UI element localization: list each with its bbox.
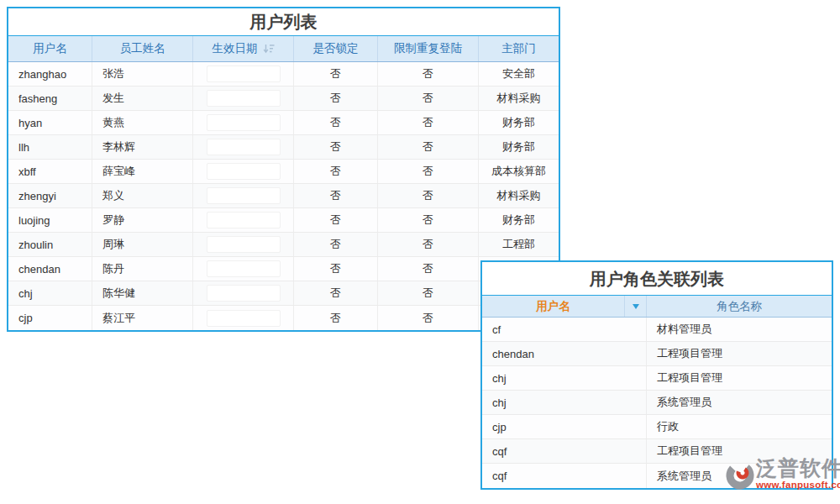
effective-date-input[interactable] <box>207 285 281 302</box>
username-cell: llh <box>8 135 92 159</box>
header-username: 用户名 <box>8 36 92 61</box>
table-row: zhengyi 郑义 否 否 材料采购 <box>8 184 559 208</box>
username-cell: hyan <box>8 111 92 134</box>
effective-date-input[interactable] <box>207 114 281 131</box>
department-cell: 材料采购 <box>479 184 559 207</box>
department-cell: 财务部 <box>479 135 559 159</box>
restrict-login-cell: 否 <box>378 111 479 134</box>
role-username-cell: chendan <box>482 342 647 365</box>
table-row: chendan 陈丹 否 否 <box>8 257 559 281</box>
restrict-login-cell: 否 <box>378 281 479 305</box>
username-cell: fasheng <box>8 87 92 110</box>
effective-date-input[interactable] <box>207 260 281 277</box>
employee-name-cell: 郑义 <box>92 184 193 207</box>
role-username-cell: cjp <box>482 415 647 438</box>
employee-name-cell: 罗静 <box>92 208 193 232</box>
locked-cell: 否 <box>294 111 378 134</box>
locked-cell: 否 <box>294 306 378 330</box>
restrict-login-cell: 否 <box>378 233 479 256</box>
table-row: cjp 蔡江平 否 否 <box>8 306 559 330</box>
sort-descending-icon[interactable] <box>263 44 275 54</box>
effective-date-input[interactable] <box>207 66 281 82</box>
effective-date-cell <box>193 257 294 281</box>
restrict-login-cell: 否 <box>378 135 479 159</box>
effective-date-cell <box>193 208 294 232</box>
username-cell: xbff <box>8 160 92 183</box>
header-role-username[interactable]: 用户名 <box>482 296 625 317</box>
restrict-login-cell: 否 <box>378 160 479 183</box>
effective-date-input[interactable] <box>207 187 281 204</box>
effective-date-cell <box>193 233 294 256</box>
locked-cell: 否 <box>294 184 378 207</box>
role-username-cell: cqf <box>482 464 647 488</box>
locked-cell: 否 <box>294 281 378 305</box>
department-cell: 财务部 <box>479 208 559 232</box>
table-row: chj 工程项目管理 <box>482 366 832 391</box>
role-username-cell: cqf <box>482 439 647 463</box>
table-row: zhoulin 周琳 否 否 工程部 <box>8 233 559 257</box>
locked-cell: 否 <box>294 62 378 86</box>
table-row: chj 陈华健 否 否 <box>8 281 559 306</box>
department-cell: 成本核算部 <box>479 160 559 183</box>
employee-name-cell: 张浩 <box>92 62 193 86</box>
role-name-cell: 材料管理员 <box>647 318 832 341</box>
effective-date-input[interactable] <box>207 310 281 327</box>
employee-name-cell: 发生 <box>92 87 193 110</box>
header-effective-date-label: 生效日期 <box>213 41 258 56</box>
user-list-header-row: 用户名 员工姓名 生效日期 是否锁定 限制重复登陆 主部门 <box>8 36 559 62</box>
username-cell: chj <box>8 281 92 305</box>
effective-date-input[interactable] <box>207 236 281 253</box>
role-name-cell: 系统管理员 <box>647 391 832 414</box>
locked-cell: 否 <box>294 160 378 183</box>
username-cell: cjp <box>8 306 92 330</box>
role-username-cell: cf <box>482 318 647 341</box>
watermark-url: www.fanpusoft.com <box>756 480 840 490</box>
locked-cell: 否 <box>294 87 378 110</box>
role-username-cell: chj <box>482 366 647 390</box>
header-effective-date[interactable]: 生效日期 <box>193 36 294 61</box>
restrict-login-cell: 否 <box>378 208 479 232</box>
department-cell: 材料采购 <box>479 87 559 110</box>
user-list-table: 用户列表 用户名 员工姓名 生效日期 是否锁定 限制重复登陆 主部门 zhang… <box>7 7 560 332</box>
username-cell: luojing <box>8 208 92 232</box>
table-row: cjp 行政 <box>482 415 832 439</box>
role-name-cell: 工程项目管理 <box>647 366 832 390</box>
role-table-header-row: 用户名 角色名称 <box>482 296 832 318</box>
table-row: xbff 薛宝峰 否 否 成本核算部 <box>8 160 559 184</box>
effective-date-input[interactable] <box>207 163 281 180</box>
effective-date-cell <box>193 281 294 305</box>
effective-date-cell <box>193 111 294 134</box>
role-username-cell: chj <box>482 391 647 414</box>
table-row: cf 材料管理员 <box>482 318 832 342</box>
effective-date-input[interactable] <box>207 139 281 155</box>
table-row: zhanghao 张浩 否 否 安全部 <box>8 62 559 87</box>
department-cell: 财务部 <box>479 111 559 134</box>
role-name-cell: 行政 <box>647 415 832 438</box>
username-cell: chendan <box>8 257 92 281</box>
table-row: fasheng 发生 否 否 材料采购 <box>8 87 559 111</box>
effective-date-cell <box>193 87 294 110</box>
locked-cell: 否 <box>294 233 378 256</box>
employee-name-cell: 蔡江平 <box>92 306 193 330</box>
effective-date-cell <box>193 135 294 159</box>
username-filter-dropdown[interactable] <box>625 296 647 317</box>
restrict-login-cell: 否 <box>378 306 479 330</box>
header-employee-name: 员工姓名 <box>92 36 193 61</box>
username-cell: zhengyi <box>8 184 92 207</box>
employee-name-cell: 陈丹 <box>92 257 193 281</box>
locked-cell: 否 <box>294 135 378 159</box>
effective-date-cell <box>193 160 294 183</box>
header-role-name: 角色名称 <box>647 296 832 317</box>
username-cell: zhanghao <box>8 62 92 86</box>
restrict-login-cell: 否 <box>378 62 479 86</box>
effective-date-input[interactable] <box>207 90 281 107</box>
effective-date-cell <box>193 62 294 86</box>
restrict-login-cell: 否 <box>378 87 479 110</box>
effective-date-input[interactable] <box>207 212 281 228</box>
effective-date-cell <box>193 306 294 330</box>
user-list-body: zhanghao 张浩 否 否 安全部 fasheng 发生 否 否 材料采购 … <box>8 62 559 330</box>
fanpu-logo-icon <box>726 456 754 495</box>
employee-name-cell: 李林辉 <box>92 135 193 159</box>
department-cell: 安全部 <box>479 62 559 86</box>
locked-cell: 否 <box>294 257 378 281</box>
